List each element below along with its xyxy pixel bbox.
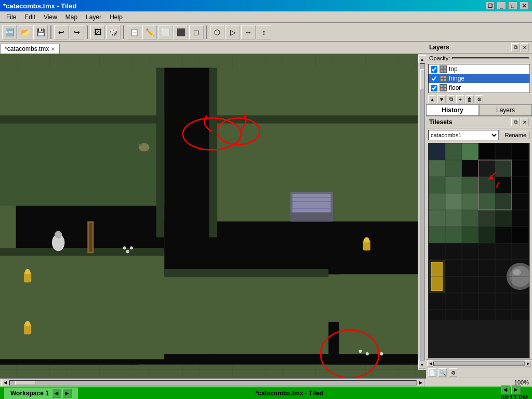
redo-button[interactable]: ↪ (70, 25, 84, 39)
search-tileset-button[interactable]: 🔍 (438, 368, 447, 377)
vertical-scrollbar[interactable]: ▲ ▼ (418, 54, 426, 370)
layer-fringe-visibility[interactable] (431, 75, 437, 82)
layer-row-fringe[interactable]: fringe (429, 74, 529, 83)
menu-layer[interactable]: Layer (82, 12, 105, 22)
scroll-right-button[interactable]: ▶ (417, 379, 425, 387)
workspace-prev-button[interactable]: ◀ (52, 389, 61, 398)
layer-properties-button[interactable]: ⚙ (475, 95, 483, 103)
map-viewport[interactable]: ▲ ▼ (0, 54, 426, 378)
svg-rect-60 (495, 143, 512, 160)
move-layer-down-button[interactable]: ▼ (437, 95, 446, 103)
tilesets-float-button[interactable]: ⧉ (511, 118, 520, 126)
menu-view[interactable]: View (39, 12, 61, 22)
tileset-h-scrollbar[interactable] (433, 362, 525, 366)
object-tool[interactable]: ⬡ (210, 25, 224, 39)
svg-rect-89 (478, 227, 495, 243)
tileset-scroll-left[interactable]: ◀ (427, 361, 433, 367)
add-layer-button[interactable]: + (456, 95, 464, 103)
layer-row-top[interactable]: top (429, 64, 529, 74)
select-tool[interactable]: ◻ (189, 25, 204, 39)
menu-help[interactable]: Help (105, 12, 127, 22)
separator-1 (50, 25, 51, 39)
svg-rect-71 (478, 177, 495, 193)
random-button[interactable]: 🎲 (106, 25, 121, 39)
minimize-button[interactable]: _ (497, 2, 506, 10)
layers-close-button[interactable]: ✕ (521, 43, 529, 51)
h-scroll-thumb[interactable] (15, 381, 36, 385)
eraser-tool[interactable]: ✏️ (142, 25, 157, 39)
stamp-button[interactable]: 🖼 (90, 25, 105, 39)
flip-v-tool[interactable]: ↕ (257, 25, 271, 39)
scroll-up-button[interactable]: ▲ (418, 55, 427, 63)
tilesets-header-buttons: ⧉ ✕ (511, 118, 529, 126)
maximize-button[interactable]: □ (508, 2, 517, 10)
tileset-dropdown[interactable]: catacombs1 (428, 130, 499, 140)
rename-button[interactable]: Rename (501, 131, 530, 139)
svg-rect-91 (512, 227, 528, 243)
menu-file[interactable]: File (2, 12, 20, 22)
tilesets-controls: catacombs1 Rename (426, 128, 532, 142)
title-bar-buttons: ❐ _ □ ✕ (485, 2, 529, 10)
map-tab[interactable]: *catacombs.tmx ✕ (0, 44, 60, 54)
layer-row-floor[interactable]: floor (429, 83, 529, 92)
svg-rect-70 (462, 177, 478, 193)
open-button[interactable]: 📂 (18, 25, 32, 39)
v-scroll-thumb[interactable] (420, 69, 424, 90)
fill-tool[interactable]: ⬜ (158, 25, 172, 39)
toolbar: 🆕 📂 💾 ↩ ↪ 🖼 🎲 📋 ✏️ ⬜ ⬛ ◻ ⬡ ▷ ↔ ↕ (0, 23, 532, 42)
v-scroll-track[interactable] (420, 63, 425, 361)
svg-rect-68 (429, 177, 445, 193)
scroll-left-button[interactable]: ◀ (1, 379, 9, 387)
svg-rect-81 (445, 210, 462, 227)
h-scroll-track[interactable] (9, 380, 417, 385)
layers-tab[interactable]: Layers (479, 104, 532, 115)
right-panel: Layers ⧉ ✕ Opacity: (426, 42, 532, 387)
flip-h-tool[interactable]: ↔ (241, 25, 256, 39)
opacity-slider[interactable] (452, 57, 529, 59)
time-next-button[interactable]: ▶ (511, 385, 521, 394)
new-tileset-button[interactable]: 📄 (428, 368, 436, 377)
scroll-down-button[interactable]: ▼ (418, 361, 427, 369)
new-button[interactable]: 🆕 (2, 25, 17, 39)
layers-float-button[interactable]: ⧉ (511, 43, 520, 51)
undo-button[interactable]: ↩ (54, 25, 69, 39)
save-button[interactable]: 💾 (33, 25, 48, 39)
horizontal-scrollbar[interactable]: ◀ ▶ (0, 378, 426, 387)
layer-fringe-grid-icon (440, 75, 447, 82)
map-canvas[interactable] (0, 54, 426, 378)
layers-header-buttons: ⧉ ✕ (511, 43, 529, 51)
tileset-properties-button[interactable]: ⚙ (449, 368, 457, 377)
layers-title: Layers (429, 44, 449, 51)
polygon-tool[interactable]: ▷ (225, 25, 240, 39)
rect-select-tool[interactable]: ⬛ (174, 25, 188, 39)
time-prev-button[interactable]: ◀ (501, 385, 510, 394)
layer-top-grid-icon (440, 65, 447, 73)
menu-edit[interactable]: Edit (20, 12, 39, 22)
duplicate-layer-button[interactable]: ⧉ (447, 95, 455, 103)
remove-layer-button[interactable]: 🗑 (466, 95, 474, 103)
history-tab[interactable]: History (426, 104, 479, 115)
tileset-svg (429, 143, 530, 320)
layer-floor-visibility[interactable] (431, 85, 437, 91)
svg-rect-78 (495, 193, 512, 210)
tilesets-title: Tilesets (429, 118, 452, 126)
workspace-next-button[interactable]: ▶ (62, 389, 72, 398)
svg-rect-82 (462, 210, 478, 227)
tilesets-close-button[interactable]: ✕ (521, 118, 529, 126)
svg-rect-86 (429, 227, 445, 243)
tileset-view[interactable] (428, 143, 530, 358)
menu-map[interactable]: Map (61, 12, 82, 22)
close-button[interactable]: ✕ (520, 2, 529, 10)
svg-rect-63 (445, 160, 462, 177)
status-bar: Workspace 1 ◀ ▶ *catacombs.tmx - Tiled ◀… (0, 387, 532, 399)
move-layer-up-button[interactable]: ▲ (428, 95, 436, 103)
layer-top-label: top (449, 65, 458, 73)
restore-button[interactable]: ❐ (485, 2, 495, 10)
layer-top-visibility[interactable] (431, 66, 437, 73)
tileset-scroll-right[interactable]: ▶ (525, 361, 531, 367)
svg-point-101 (513, 269, 521, 275)
svg-rect-87 (445, 227, 462, 243)
stamp-tool[interactable]: 📋 (127, 25, 141, 39)
time-area: ◀ ▶ 08:17 PM (501, 385, 528, 399)
tab-close-icon[interactable]: ✕ (51, 46, 55, 52)
